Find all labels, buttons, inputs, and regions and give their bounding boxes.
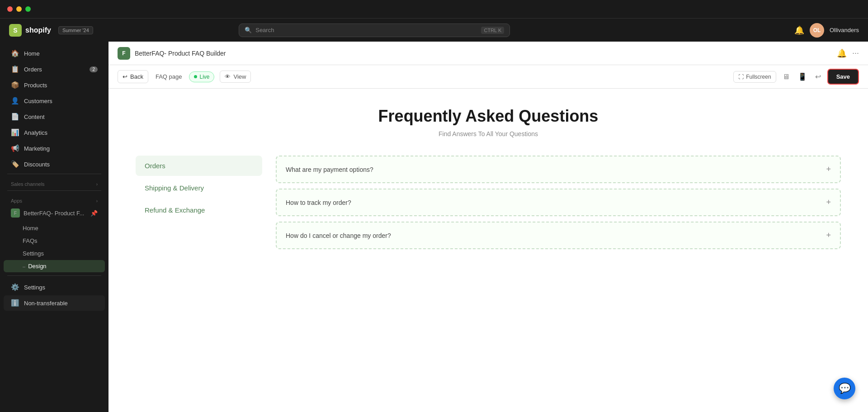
- sidebar-item-marketing[interactable]: 📢 Marketing: [4, 141, 105, 156]
- shopify-logo[interactable]: S shopify: [9, 24, 51, 37]
- chevron-right-icon2: ›: [96, 199, 98, 204]
- sidebar-item-content[interactable]: 📄 Content: [4, 109, 105, 124]
- category-orders[interactable]: Orders: [136, 156, 262, 176]
- sidebar-item-label: Orders: [24, 66, 42, 73]
- sidebar-item-settings[interactable]: ⚙️ Settings: [4, 279, 105, 295]
- sidebar-item-label: Home: [24, 50, 40, 57]
- chat-icon: 💬: [839, 383, 851, 394]
- customers-icon: 👤: [11, 97, 19, 105]
- topnav-right: 🔔 OL Ollivanders: [794, 23, 859, 38]
- sidebar-item-orders[interactable]: 📋 Orders 2: [4, 62, 105, 77]
- divider3: [7, 275, 101, 276]
- dot-icon: –: [23, 264, 25, 269]
- faq-items: What are my payment options? + How to tr…: [276, 156, 841, 255]
- divider2: [7, 190, 101, 191]
- titlebar: [0, 0, 868, 18]
- sidebar-subitem-design[interactable]: –Design: [4, 260, 105, 272]
- bell-icon[interactable]: 🔔: [837, 48, 847, 58]
- app-header-actions: 🔔 ···: [837, 48, 859, 58]
- search-placeholder: Search: [255, 27, 274, 33]
- sidebar-app-betterfaq[interactable]: F BetterFAQ- Product F... 📌: [4, 206, 105, 220]
- app-header-icon: F: [118, 47, 130, 60]
- sidebar-item-home[interactable]: 🏠 Home: [4, 46, 105, 61]
- sidebar-item-label: Discounts: [24, 161, 50, 168]
- faq-content: Orders Shipping & Delivery Refund & Exch…: [136, 156, 841, 255]
- chat-bubble[interactable]: 💬: [834, 378, 855, 399]
- avatar[interactable]: OL: [810, 23, 824, 38]
- undo-icon[interactable]: ↩: [813, 71, 823, 83]
- category-shipping[interactable]: Shipping & Delivery: [136, 178, 262, 198]
- search-icon: 🔍: [245, 27, 252, 33]
- sidebar-item-discounts[interactable]: 🏷️ Discounts: [4, 156, 105, 172]
- search-bar[interactable]: 🔍 Search CTRL K: [239, 24, 510, 37]
- faq-item[interactable]: What are my payment options? +: [276, 156, 841, 183]
- apps-section: Apps ›: [0, 193, 108, 205]
- eye-icon: 👁: [225, 73, 231, 80]
- sidebar-item-customers[interactable]: 👤 Customers: [4, 93, 105, 109]
- faq-question: What are my payment options?: [286, 166, 373, 173]
- app-header: F BetterFAQ- Product FAQ Builder 🔔 ···: [108, 42, 868, 65]
- products-icon: 📦: [11, 81, 19, 89]
- sidebar-item-non-transferable: ℹ️ Non-transferable: [4, 295, 105, 311]
- mobile-icon[interactable]: 📱: [796, 71, 809, 83]
- faq-item[interactable]: How to track my order? +: [276, 189, 841, 216]
- plus-icon: +: [826, 198, 831, 207]
- minimize-dot[interactable]: [16, 6, 22, 12]
- faq-page-tab[interactable]: FAQ page: [154, 71, 184, 83]
- shopify-icon: S: [9, 24, 22, 37]
- discounts-icon: 🏷️: [11, 160, 19, 168]
- orders-icon: 📋: [11, 65, 19, 73]
- notification-icon[interactable]: 🔔: [794, 25, 804, 35]
- non-transferable-label: Non-transferable: [24, 300, 68, 307]
- sidebar-item-label: Products: [24, 82, 47, 89]
- settings-icon: ⚙️: [11, 283, 19, 291]
- sidebar-subitem-settings[interactable]: Settings: [4, 247, 105, 260]
- content-area: F BetterFAQ- Product FAQ Builder 🔔 ··· ↩…: [108, 42, 868, 412]
- app-name: BetterFAQ- Product F...: [24, 210, 84, 217]
- more-options-icon[interactable]: ···: [852, 48, 859, 58]
- sidebar-subitem-faqs[interactable]: FAQs: [4, 235, 105, 247]
- preview-area: Frequently Asked Questions Find Answers …: [108, 89, 868, 412]
- home-icon: 🏠: [11, 49, 19, 57]
- back-button[interactable]: ↩ Back: [118, 70, 148, 83]
- analytics-icon: 📊: [11, 128, 19, 137]
- live-badge[interactable]: Live: [189, 71, 214, 82]
- category-refund[interactable]: Refund & Exchange: [136, 200, 262, 220]
- faq-item[interactable]: How do I cancel or change my order? +: [276, 222, 841, 249]
- sidebar-subitem-home[interactable]: Home: [4, 222, 105, 234]
- top-navigation: S shopify Summer '24 🔍 Search CTRL K 🔔 O…: [0, 18, 868, 42]
- fullscreen-button[interactable]: ⛶ Fullscreen: [733, 71, 776, 83]
- chevron-right-icon: ›: [96, 182, 98, 187]
- search-shortcut: CTRL K: [481, 27, 504, 34]
- sidebar-item-label: Analytics: [24, 129, 47, 136]
- app-icon: F: [11, 208, 20, 218]
- plus-icon: +: [826, 231, 831, 240]
- app-header-title: BetterFAQ- Product FAQ Builder: [135, 50, 226, 57]
- save-button[interactable]: Save: [827, 69, 859, 85]
- app-subitems: Home FAQs Settings –Design: [0, 221, 108, 274]
- sidebar-item-label: Marketing: [24, 145, 50, 152]
- main-layout: 🏠 Home 📋 Orders 2 📦 Products 👤 Customers…: [0, 42, 868, 412]
- live-dot: [194, 75, 197, 78]
- summer-badge: Summer '24: [58, 26, 93, 34]
- desktop-icon[interactable]: 🖥: [781, 71, 792, 83]
- toolbar-right: ⛶ Fullscreen 🖥 📱 ↩ Save: [733, 69, 859, 85]
- sidebar-item-products[interactable]: 📦 Products: [4, 77, 105, 93]
- content-icon: 📄: [11, 113, 19, 121]
- back-arrow-icon: ↩: [123, 73, 127, 80]
- maximize-dot[interactable]: [25, 6, 31, 12]
- faq-preview: Frequently Asked Questions Find Answers …: [108, 89, 868, 273]
- view-button[interactable]: 👁 View: [220, 71, 251, 83]
- sidebar-item-analytics[interactable]: 📊 Analytics: [4, 125, 105, 140]
- toolbar: ↩ Back FAQ page Live 👁 View ⛶ Fullscreen…: [108, 65, 868, 89]
- pin-icon: 📌: [90, 210, 98, 217]
- info-icon: ℹ️: [11, 299, 19, 307]
- user-name: Ollivanders: [830, 27, 859, 33]
- orders-badge: 2: [90, 66, 98, 72]
- sales-channels-section: Sales channels ›: [0, 176, 108, 189]
- faq-title: Frequently Asked Questions: [136, 107, 841, 126]
- plus-icon: +: [826, 165, 831, 174]
- fullscreen-icon: ⛶: [738, 74, 744, 80]
- close-dot[interactable]: [7, 6, 13, 12]
- faq-question: How do I cancel or change my order?: [286, 232, 391, 239]
